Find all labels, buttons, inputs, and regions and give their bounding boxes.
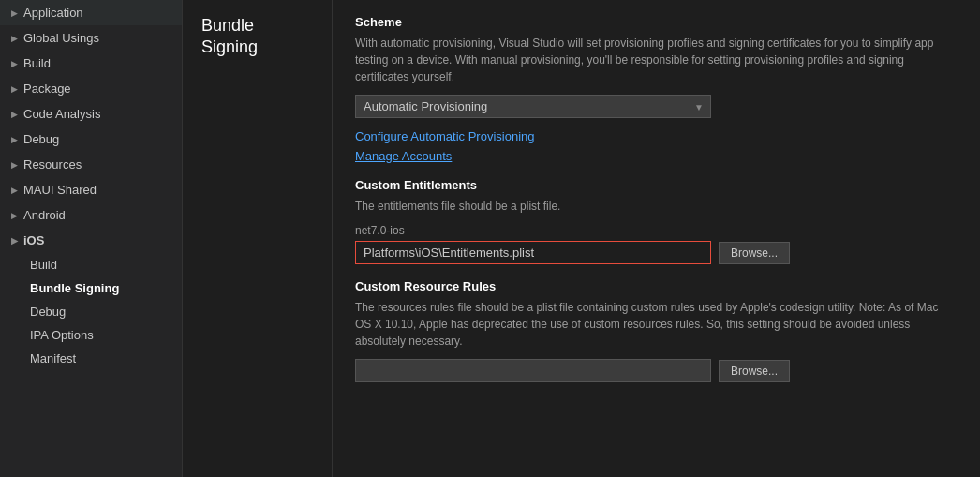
scheme-dropdown[interactable]: Automatic Provisioning Manual Provisioni… [355,95,711,118]
chevron-icon: ▶ [11,135,18,144]
scheme-dropdown-wrapper: Automatic Provisioning Manual Provisioni… [355,95,711,118]
sidebar-item-label: Android [23,208,66,222]
content-area: Scheme With automatic provisioning, Visu… [333,0,980,477]
chevron-icon: ▶ [11,110,18,119]
custom-entitlements-section: Custom Entitlements The entitlements fil… [355,178,958,264]
custom-resource-rules-desc: The resources rules file should be a pli… [355,299,958,350]
sidebar-child-label: Bundle Signing [30,281,119,295]
sidebar-item-label: iOS [23,233,44,247]
sidebar-item-android[interactable]: ▶ Android [0,202,182,228]
manage-accounts-link[interactable]: Manage Accounts [355,149,958,163]
chevron-icon: ▶ [11,186,18,195]
custom-entitlements-title: Custom Entitlements [355,178,958,192]
custom-resource-rules-section: Custom Resource Rules The resources rule… [355,279,958,382]
sidebar-item-label: Application [23,6,83,20]
sidebar-item-build[interactable]: ▶ Build [0,51,182,76]
sidebar-child-bundle-signing[interactable]: Bundle Signing [0,276,182,300]
chevron-icon: ▶ [11,8,18,18]
sidebar-item-label: Package [23,82,71,96]
sidebar-item-label: Code Analysis [23,107,100,121]
custom-entitlements-desc: The entitlements file should be a plist … [355,198,958,215]
sidebar-item-global-usings[interactable]: ▶ Global Usings [0,25,182,51]
configure-auto-provisioning-link[interactable]: Configure Automatic Provisioning [355,129,958,143]
custom-entitlements-browse-button[interactable]: Browse... [719,242,790,264]
sidebar-item-label: Debug [23,132,59,146]
sidebar-child-debug[interactable]: Debug [0,300,182,323]
custom-resource-rules-input[interactable] [355,359,711,382]
main-content: Bundle Signing Scheme With automatic pro… [183,0,980,477]
custom-resource-rules-browse-button[interactable]: Browse... [719,360,790,382]
chevron-icon: ▶ [11,59,18,68]
sidebar-item-maui-shared[interactable]: ▶ MAUI Shared [0,177,182,202]
sidebar-child-label: Debug [30,305,66,319]
sidebar-item-ios[interactable]: ▶ iOS [0,228,182,253]
custom-entitlements-input[interactable] [355,241,711,264]
custom-resource-rules-title: Custom Resource Rules [355,279,958,293]
chevron-icon: ▶ [11,84,18,94]
custom-entitlements-input-row: Browse... [355,241,958,264]
scheme-title: Scheme [355,15,958,29]
scheme-section: Scheme With automatic provisioning, Visu… [355,15,958,163]
sidebar-child-label: IPA Options [30,328,94,342]
sidebar-child-label: Manifest [30,351,76,365]
sidebar-item-label: Build [23,56,51,70]
sidebar-item-resources[interactable]: ▶ Resources [0,152,182,177]
page-header: Bundle Signing [183,0,333,477]
page-title: Bundle Signing [201,15,322,59]
sidebar-item-label: Global Usings [23,31,99,45]
sidebar-item-label: Resources [23,157,82,171]
sidebar-child-manifest[interactable]: Manifest [0,347,182,370]
sidebar-child-label: Build [30,258,57,272]
sidebar-child-ipa-options[interactable]: IPA Options [0,323,182,347]
sidebar-child-build[interactable]: Build [0,253,182,276]
custom-entitlements-sublabel: net7.0-ios [355,224,958,237]
custom-resource-rules-input-row: Browse... [355,359,958,382]
sidebar-item-label: MAUI Shared [23,183,97,197]
sidebar-item-package[interactable]: ▶ Package [0,76,182,101]
sidebar-item-application[interactable]: ▶ Application [0,0,182,25]
scheme-description: With automatic provisioning, Visual Stud… [355,35,958,85]
chevron-icon: ▶ [11,211,18,220]
chevron-icon: ▶ [11,236,18,246]
sidebar-item-debug[interactable]: ▶ Debug [0,127,182,152]
chevron-icon: ▶ [11,160,18,170]
sidebar: ▶ Application ▶ Global Usings ▶ Build ▶ … [0,0,183,477]
sidebar-item-code-analysis[interactable]: ▶ Code Analysis [0,101,182,127]
chevron-icon: ▶ [11,34,18,43]
